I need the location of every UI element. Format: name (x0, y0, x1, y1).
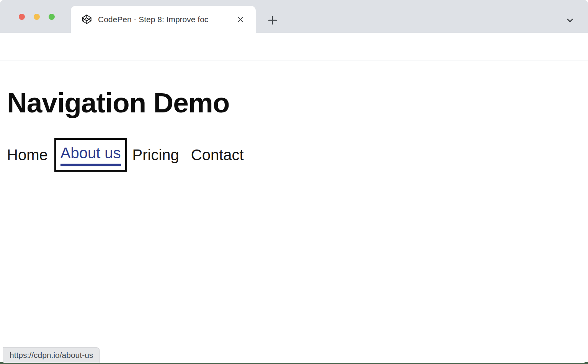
status-url: https://cdpn.io/about-us (10, 351, 93, 360)
window-controls (19, 14, 55, 20)
tab-codepen[interactable]: CodePen - Step 8: Improve foc (71, 6, 256, 33)
browser-window: CodePen - Step 8: Improve foc (0, 0, 588, 363)
tab-search-chevron-icon[interactable] (565, 15, 575, 25)
close-tab-icon[interactable] (236, 15, 245, 24)
zoom-window-button[interactable] (49, 14, 55, 20)
codepen-favicon-icon (82, 14, 92, 24)
nav-link-about-us[interactable]: About us (60, 145, 121, 166)
page-title: Navigation Demo (7, 86, 588, 120)
tab-strip: CodePen - Step 8: Improve foc (0, 0, 588, 33)
minimize-window-button[interactable] (34, 14, 40, 20)
nav-link-contact[interactable]: Contact (191, 147, 244, 162)
tab-title: CodePen - Step 8: Improve foc (98, 15, 233, 24)
nav-link-pricing[interactable]: Pricing (132, 147, 179, 162)
nav-link-home[interactable]: Home (7, 147, 48, 162)
focus-ring: About us (54, 138, 127, 172)
page-viewport: Navigation Demo Home About us Pricing Co… (0, 61, 588, 363)
status-bar: https://cdpn.io/about-us (3, 347, 100, 363)
browser-toolbar: cdpn.io/pen/debug/OJvwGER (0, 33, 588, 60)
page-navigation: Home About us Pricing Contact (7, 138, 588, 172)
close-window-button[interactable] (19, 14, 25, 20)
new-tab-button[interactable] (267, 15, 278, 26)
